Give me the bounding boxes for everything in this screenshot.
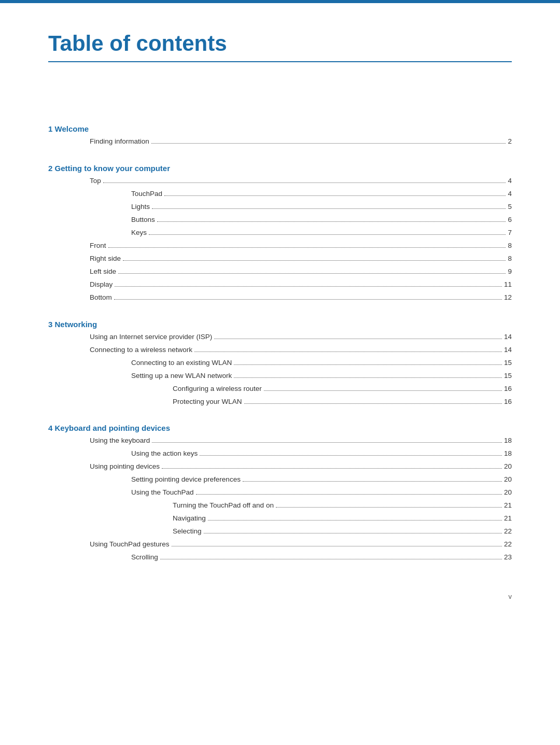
entry-dots <box>108 247 506 248</box>
entry-dots <box>196 494 502 495</box>
entry-text: Configuring a wireless router <box>173 383 262 396</box>
toc-entry[interactable]: Lights5 <box>48 201 512 214</box>
entry-text: Using TouchPad gestures <box>90 538 170 551</box>
entry-text: Connecting to a wireless network <box>90 344 192 357</box>
toc-entry[interactable]: Using an Internet service provider (ISP)… <box>48 331 512 344</box>
entry-dots <box>123 260 506 261</box>
toc-entry[interactable]: Connecting to an existing WLAN15 <box>48 357 512 370</box>
entry-text: Buttons <box>131 214 155 227</box>
entry-page-number: 16 <box>504 383 512 396</box>
entry-page-number: 2 <box>508 135 512 148</box>
entry-page-number: 16 <box>504 396 512 409</box>
entry-dots <box>115 286 502 287</box>
section-heading[interactable]: 1 Welcome <box>48 124 512 133</box>
toc-entry[interactable]: Front8 <box>48 240 512 252</box>
entry-dots <box>114 299 502 300</box>
entry-page-number: 18 <box>504 434 512 447</box>
entry-page-number: 12 <box>504 291 512 304</box>
entry-dots <box>152 442 502 443</box>
entry-page-number: 6 <box>508 214 512 227</box>
entry-page-number: 21 <box>504 512 512 525</box>
toc-entry[interactable]: Configuring a wireless router16 <box>48 383 512 396</box>
entry-page-number: 18 <box>504 447 512 460</box>
toc-entry[interactable]: Connecting to a wireless network14 <box>48 344 512 357</box>
entry-dots <box>172 546 502 546</box>
entry-dots <box>208 520 502 521</box>
entry-text: Setting pointing device preferences <box>131 473 241 486</box>
entry-dots <box>164 195 506 196</box>
entry-dots <box>234 364 502 365</box>
entry-dots <box>244 403 502 404</box>
entry-dots <box>194 352 502 352</box>
section-heading[interactable]: 4 Keyboard and pointing devices <box>48 424 512 432</box>
entry-text: Setting up a new WLAN network <box>131 370 232 383</box>
entry-dots <box>204 533 502 533</box>
toc-entry[interactable]: Right side8 <box>48 252 512 265</box>
toc-section: 4 Keyboard and pointing devicesUsing the… <box>48 424 512 564</box>
toc-entry[interactable]: Using pointing devices20 <box>48 460 512 473</box>
entry-page-number: 20 <box>504 473 512 486</box>
entry-dots <box>264 390 502 391</box>
entry-page-number: 4 <box>508 188 512 201</box>
toc-section: 1 WelcomeFinding information2 <box>48 124 512 148</box>
toc-entry[interactable]: Using TouchPad gestures22 <box>48 538 512 551</box>
entry-text: Lights <box>131 201 150 214</box>
entry-text: Using the keyboard <box>90 434 150 447</box>
toc-entry[interactable]: Keys7 <box>48 227 512 240</box>
toc-entry[interactable]: Setting up a new WLAN network15 <box>48 370 512 383</box>
entry-page-number: 7 <box>508 227 512 240</box>
toc-entry[interactable]: Using the keyboard18 <box>48 434 512 447</box>
entry-page-number: 22 <box>504 525 512 538</box>
entry-text: Protecting your WLAN <box>173 396 242 409</box>
toc-entry[interactable]: Navigating21 <box>48 512 512 525</box>
entry-text: Navigating <box>173 512 206 525</box>
page-container: Table of contents 1 WelcomeFinding infor… <box>0 0 560 621</box>
entry-dots <box>200 455 502 456</box>
footer-page-number: v <box>509 593 512 600</box>
entry-dots <box>149 234 506 235</box>
toc-entry[interactable]: TouchPad4 <box>48 188 512 201</box>
entry-dots <box>118 273 506 274</box>
toc-entry[interactable]: Scrolling23 <box>48 551 512 564</box>
entry-page-number: 8 <box>508 252 512 265</box>
toc-entry[interactable]: Finding information2 <box>48 135 512 148</box>
entry-dots <box>152 208 506 209</box>
entry-dots <box>276 507 502 508</box>
entry-text: Top <box>90 175 101 188</box>
entry-page-number: 20 <box>504 460 512 473</box>
toc-entry[interactable]: Using the TouchPad20 <box>48 486 512 499</box>
entry-text: Scrolling <box>131 551 158 564</box>
entry-dots <box>214 339 502 339</box>
entry-text: TouchPad <box>131 188 162 201</box>
entry-dots <box>162 468 502 469</box>
entry-page-number: 14 <box>504 331 512 344</box>
entry-text: Display <box>90 278 113 291</box>
entry-dots <box>151 143 506 144</box>
toc-content: 1 WelcomeFinding information22 Getting t… <box>48 124 512 564</box>
toc-entry[interactable]: Buttons6 <box>48 214 512 227</box>
toc-entry[interactable]: Bottom12 <box>48 291 512 304</box>
entry-dots <box>234 377 502 378</box>
entry-page-number: 20 <box>504 486 512 499</box>
toc-entry[interactable]: Display11 <box>48 278 512 291</box>
toc-entry[interactable]: Left side9 <box>48 265 512 278</box>
toc-section: 2 Getting to know your computerTop4Touch… <box>48 164 512 304</box>
section-heading[interactable]: 3 Networking <box>48 320 512 329</box>
toc-entry[interactable]: Selecting22 <box>48 525 512 538</box>
toc-entry[interactable]: Protecting your WLAN16 <box>48 396 512 409</box>
toc-entry[interactable]: Top4 <box>48 175 512 188</box>
entry-page-number: 8 <box>508 240 512 252</box>
entry-dots <box>103 182 506 183</box>
entry-text: Using the action keys <box>131 447 198 460</box>
section-heading[interactable]: 2 Getting to know your computer <box>48 164 512 173</box>
toc-entry[interactable]: Setting pointing device preferences20 <box>48 473 512 486</box>
entry-page-number: 15 <box>504 357 512 370</box>
entry-text: Left side <box>90 265 116 278</box>
toc-entry[interactable]: Using the action keys18 <box>48 447 512 460</box>
entry-page-number: 22 <box>504 538 512 551</box>
entry-text: Connecting to an existing WLAN <box>131 357 232 370</box>
toc-entry[interactable]: Turning the TouchPad off and on21 <box>48 499 512 512</box>
top-border <box>0 0 560 3</box>
entry-page-number: 23 <box>504 551 512 564</box>
entry-text: Bottom <box>90 291 112 304</box>
